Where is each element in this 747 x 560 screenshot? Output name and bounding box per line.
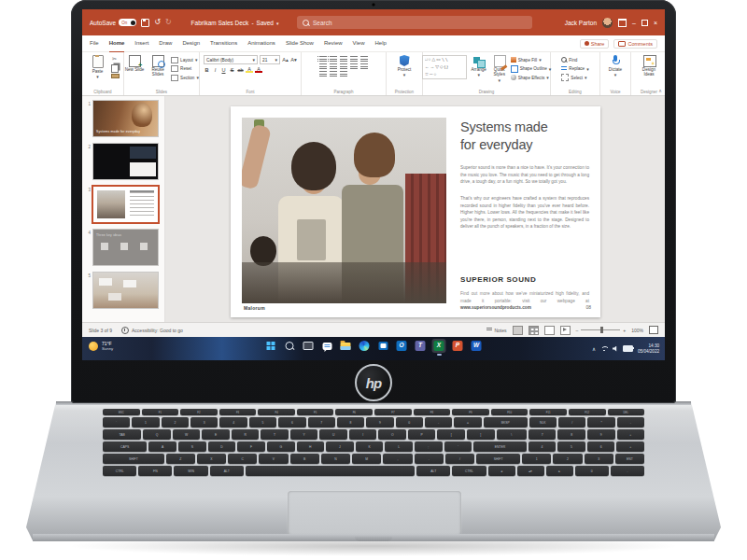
key-3[interactable]: 3 [190,417,218,427]
key-f6[interactable]: F6 [335,409,373,415]
layout-button[interactable]: Layout [171,56,199,63]
key-\[interactable]: \ [497,429,527,440]
file-explorer-icon[interactable] [339,339,353,353]
key-v[interactable]: V [259,454,288,464]
key-f[interactable]: F [237,441,265,452]
key-fn[interactable]: FN [138,466,172,476]
avatar[interactable] [602,18,613,28]
key-[[interactable]: [ [437,429,465,440]
key-bksp[interactable]: BKSP [484,417,528,427]
arrange-button[interactable]: Arrange [470,55,488,78]
font-name-select[interactable]: Calibri (Body) [204,55,258,64]
battery-icon[interactable] [623,345,633,352]
italic-icon[interactable]: I [212,67,218,73]
key-k[interactable]: K [356,441,384,452]
tab-insert[interactable]: Insert [134,35,148,52]
zoom-slider[interactable] [581,329,620,330]
autosave-pill[interactable]: On [119,19,136,26]
key-f11[interactable]: F11 [529,409,567,415]
key-del[interactable]: DEL [608,409,645,415]
key-7[interactable]: 7 [529,429,557,440]
key-4[interactable]: 4 [219,417,247,427]
key-alt[interactable]: ALT [210,466,244,476]
zoom-slider-thumb[interactable] [600,327,603,333]
indent-increase-icon[interactable] [350,56,358,62]
key-.[interactable]: . [415,454,444,464]
notes-button[interactable]: Notes [486,328,506,333]
wifi-icon[interactable] [600,346,608,352]
key-▴▾[interactable]: ▴▾ [517,466,544,476]
key-4[interactable]: 4 [529,441,557,452]
key-g[interactable]: G [267,441,295,452]
redo-icon[interactable]: ↻ [165,19,172,26]
key-8[interactable]: 8 [557,429,585,440]
key-1[interactable]: 1 [522,454,551,464]
key-;[interactable]: ; [415,441,443,452]
font-size-select[interactable]: 21 [260,55,280,64]
key-6[interactable]: 6 [587,441,615,452]
fit-to-window-icon[interactable] [649,326,658,334]
key-5[interactable]: 5 [249,417,276,427]
key-w[interactable]: W [173,429,201,440]
key-/[interactable]: / [558,417,585,427]
zoom-control[interactable]: – + [576,328,627,333]
key-*[interactable]: * [587,417,614,427]
edge-icon[interactable] [358,339,372,353]
slide-thumbnail-5[interactable] [93,273,158,308]
key-+[interactable]: + [616,441,644,452]
key-nlk[interactable]: NLK [529,417,557,427]
minimize-button[interactable]: – [632,20,636,26]
key-u[interactable]: U [319,429,347,440]
find-button[interactable]: Find [561,56,588,63]
outlook-icon[interactable]: O [395,339,409,353]
key-8[interactable]: 8 [337,417,364,427]
ribbon-display-options-icon[interactable] [618,19,627,27]
key-f4[interactable]: F4 [258,409,295,415]
powerpoint-icon[interactable]: P [451,339,465,353]
zoom-level[interactable]: 100% [631,328,643,333]
key-1[interactable]: 1 [132,417,159,427]
key-x[interactable]: X [197,454,226,464]
key-ent[interactable]: ENT [615,454,644,464]
tray-chevron-icon[interactable]: ∧ [592,346,596,352]
key-space[interactable] [246,466,415,476]
key-f10[interactable]: F10 [491,409,529,415]
key-d[interactable]: D [208,441,236,452]
key-0[interactable]: 0 [575,466,609,476]
key-f9[interactable]: F9 [452,409,489,415]
key-+[interactable]: + [617,429,645,440]
text-direction-icon[interactable] [319,71,327,77]
keyboard[interactable]: ESCF1F2F3F4F5F6F7F8F9F10F11F12DEL`123456… [103,409,644,485]
maximize-button[interactable] [641,20,648,26]
key-s[interactable]: S [178,441,206,452]
key-'[interactable]: ' [444,441,472,452]
key-esc[interactable]: ESC [103,409,140,415]
task-view-icon[interactable] [302,339,316,353]
bold-icon[interactable]: B [204,67,210,73]
indent-decrease-icon[interactable] [340,56,347,62]
quick-styles-button[interactable]: Quick Styles [491,55,508,83]
tab-review[interactable]: Review [324,35,343,52]
trackpad[interactable] [288,491,461,536]
accessibility-checker[interactable]: Accessibility: Good to go [121,327,183,334]
bullets-icon[interactable] [319,56,327,62]
slide-thumbnail-1[interactable]: Systems made for everyday [93,101,158,136]
collapse-ribbon-icon[interactable]: ∧ [658,88,662,93]
key-ctrl[interactable]: CTRL [103,466,136,476]
key-▸[interactable]: ▸ [546,466,573,476]
key-f12[interactable]: F12 [569,409,606,415]
key-f3[interactable]: F3 [219,409,257,415]
slide-indicator[interactable]: Slide 3 of 9 [89,328,112,333]
format-painter-icon[interactable] [111,74,120,78]
key-f2[interactable]: F2 [180,409,218,415]
key-r[interactable]: R [232,429,260,440]
key--[interactable]: - [425,417,452,427]
slide-thumbnail-panel[interactable]: 1Systems made for everyday2Details34Thre… [82,96,165,322]
grow-font-icon[interactable]: A▴ [282,57,289,63]
user-name[interactable]: Jack Parton [565,20,597,26]
key-l[interactable]: L [385,441,413,452]
tab-home[interactable]: Home [109,35,125,52]
tab-transitions[interactable]: Transitions [210,35,237,52]
line-spacing-icon[interactable] [360,56,368,62]
key-h[interactable]: H [297,441,325,452]
